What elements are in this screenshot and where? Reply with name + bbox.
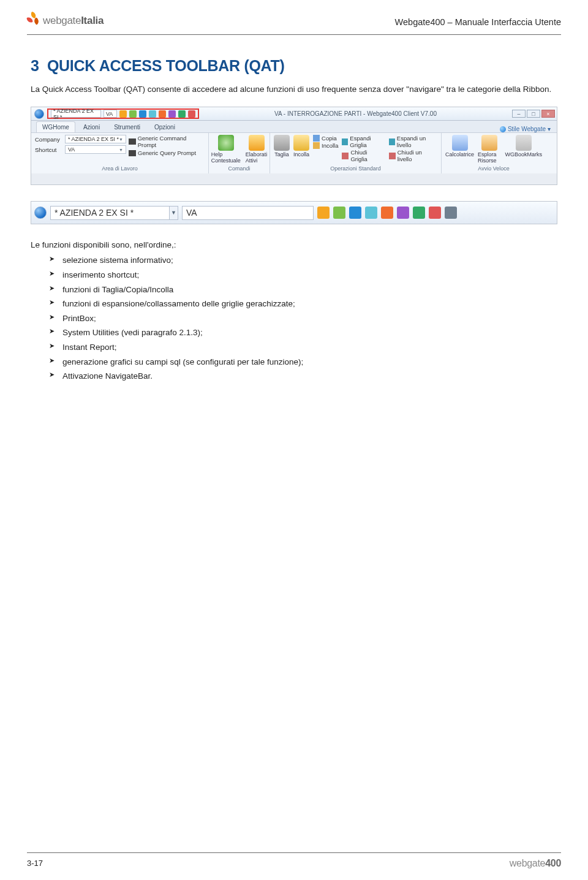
tab-opzioni[interactable]: Opzioni: [148, 121, 181, 132]
group-name-area: Area di Lavoro: [35, 164, 205, 172]
maximize-button[interactable]: □: [527, 110, 540, 118]
qat-large-icon-8[interactable]: [429, 207, 441, 219]
qat-large-icon-6[interactable]: [397, 207, 409, 219]
qat-large-icon-1[interactable]: [317, 207, 330, 219]
collapse-grid[interactable]: Chiudi Griglia: [342, 149, 385, 162]
paste-item[interactable]: Incolla: [313, 142, 338, 149]
close-button[interactable]: ×: [541, 110, 555, 118]
list-item: System Utilities (vedi paragrafo 2.1.3);: [49, 325, 557, 340]
list-item: Attivazione NavigateBar.: [49, 369, 557, 384]
tab-azioni[interactable]: Azioni: [77, 121, 106, 132]
expand-grid-icon: [342, 138, 348, 145]
list-item: funzioni di espansione/collassamento del…: [49, 297, 557, 311]
group-operazioni: Taglia Incolla Copia Incolla Espandi Gri…: [270, 133, 442, 173]
qat-icon-3[interactable]: [139, 110, 146, 118]
page-content: 3 QUICK ACCESS TOOLBAR (QAT) La Quick Ac…: [0, 35, 588, 852]
company-select[interactable]: * AZIENDA 2 EX SI *▼: [65, 135, 126, 143]
qat-icon-8[interactable]: [188, 110, 195, 118]
qat-icon-5[interactable]: [159, 110, 166, 118]
app-orb-large-icon[interactable]: [34, 207, 47, 219]
list-intro: Le funzioni disponibili sono, nell'ordin…: [31, 240, 557, 249]
style-dot-icon: [500, 126, 506, 132]
list-item: Instant Report;: [49, 340, 557, 355]
list-item: selezione sistema informativo;: [49, 253, 557, 268]
app-orb-icon[interactable]: [34, 109, 44, 119]
qat-large-icon-9[interactable]: [445, 207, 457, 219]
company-field-large[interactable]: * AZIENDA 2 EX SI *▼: [50, 206, 178, 220]
logo-flower-icon: [495, 857, 507, 869]
section-intro: La Quick Access Toolbar (QAT) consente d…: [31, 83, 557, 96]
page-footer: 3-17 webgate400: [0, 853, 588, 880]
collapse-grid-icon: [342, 153, 349, 159]
footer-logo-text: webgate400: [510, 858, 561, 869]
functions-list: selezione sistema informativo; inserimen…: [31, 253, 557, 384]
qat-icon-2[interactable]: [129, 110, 137, 118]
cut-button[interactable]: Taglia: [274, 135, 290, 157]
tab-strumenti[interactable]: Strumenti: [108, 121, 146, 132]
list-item: PrintBox;: [49, 311, 557, 326]
shortcut-field-large[interactable]: VA: [182, 206, 314, 220]
document-title: Webgate400 – Manuale Interfaccia Utente: [395, 17, 561, 27]
explore-button[interactable]: Esplora Risorse: [478, 135, 501, 164]
logo-text: webgateItalia: [43, 15, 104, 27]
group-name-quick: Avvio Veloce: [445, 164, 542, 172]
qat-icon-7[interactable]: [178, 110, 186, 118]
tab-wghome[interactable]: WGHome: [36, 121, 75, 132]
minimize-button[interactable]: –: [512, 110, 526, 118]
window-titlebar: * AZIENDA 2 EX SI * VA VA - INTERROGAZIO…: [31, 107, 557, 121]
qat-icon-1[interactable]: [119, 110, 127, 118]
bookmarks-button[interactable]: WGBookMarks: [505, 135, 542, 157]
screenshot-qat-zoom: * AZIENDA 2 EX SI *▼ VA: [31, 201, 557, 224]
folder-icon: [481, 135, 497, 151]
help-button[interactable]: Help Contestuale: [211, 135, 241, 164]
paste-button[interactable]: Incolla: [293, 135, 309, 157]
ribbon-body: Company* AZIENDA 2 EX SI *▼ ShortcutVA▼ …: [31, 133, 557, 173]
qat-highlight: * AZIENDA 2 EX SI * VA: [47, 108, 199, 119]
copy-item[interactable]: Copia: [313, 135, 338, 142]
query-prompt-icon: [129, 150, 136, 156]
group-comandi: Help Contestuale Elaborati Attivi Comand…: [209, 133, 270, 173]
generic-query-prompt[interactable]: Generic Query Prompt: [129, 150, 205, 156]
qat-large-icon-4[interactable]: [365, 207, 377, 219]
expand-level-icon: [389, 138, 395, 145]
calculator-icon: [452, 135, 468, 151]
shortcut-label: Shortcut: [35, 146, 63, 153]
elaborati-button[interactable]: Elaborati Attivi: [246, 135, 268, 164]
elaborati-icon: [249, 135, 265, 151]
page-number: 3-17: [27, 859, 43, 868]
group-area-lavoro: Company* AZIENDA 2 EX SI *▼ ShortcutVA▼ …: [31, 133, 209, 173]
qat-shortcut-field[interactable]: VA: [104, 110, 117, 118]
chevron-down-icon[interactable]: ▼: [170, 206, 178, 220]
expand-level[interactable]: Espandi un livello: [389, 135, 437, 148]
generic-cmd-prompt[interactable]: Generic Command Prompt: [129, 135, 205, 148]
qat-large-icon-3[interactable]: [349, 207, 361, 219]
style-selector[interactable]: Stile Webgate ▾: [500, 126, 557, 132]
calculator-button[interactable]: Calcolatrice: [445, 135, 474, 157]
section-heading: 3 QUICK ACCESS TOOLBAR (QAT): [31, 57, 557, 75]
window-title-text: VA - INTERROGAZIONE PARTI - Webgate400 C…: [199, 110, 512, 117]
group-name-comandi: Comandi: [213, 164, 266, 172]
collapse-level[interactable]: Chiudi un livello: [389, 149, 437, 162]
window-buttons: – □ ×: [512, 110, 555, 118]
copy-icon: [313, 135, 320, 142]
group-avvio-veloce: Calcolatrice Esplora Risorse WGBookMarks…: [442, 133, 546, 173]
qat-large-icon-7[interactable]: [413, 207, 425, 219]
qat-large-icon-2[interactable]: [333, 207, 345, 219]
paste-icon: [313, 142, 320, 149]
list-item: generazione grafici su campi sql (se con…: [49, 355, 557, 370]
qat-icon-6[interactable]: [168, 110, 176, 118]
list-item: inserimento shortcut;: [49, 268, 557, 283]
expand-grid[interactable]: Espandi Griglia: [342, 135, 385, 148]
qat-large-icon-5[interactable]: [381, 207, 393, 219]
qat-icon-4[interactable]: [149, 110, 156, 118]
qat-company-field[interactable]: * AZIENDA 2 EX SI *: [51, 110, 101, 118]
logo-webgate-italia: webgateItalia: [27, 12, 104, 27]
logo-flower-icon: [27, 12, 40, 26]
clipboard-icon: [293, 135, 309, 151]
collapse-level-icon: [389, 153, 396, 159]
shortcut-select[interactable]: VA▼: [65, 145, 126, 154]
scissors-icon: [274, 135, 290, 151]
page-header: webgateItalia Webgate400 – Manuale Inter…: [0, 0, 588, 31]
bookmark-icon: [516, 135, 532, 151]
help-icon: [218, 135, 234, 151]
